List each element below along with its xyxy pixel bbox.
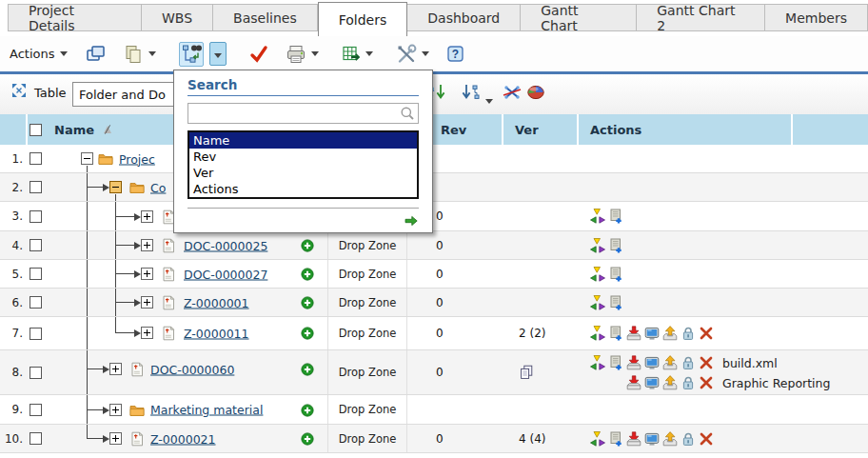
- drop-zone[interactable]: Drop Zone: [327, 395, 407, 424]
- drop-zone[interactable]: Drop Zone: [327, 231, 407, 259]
- row-checkbox[interactable]: [30, 260, 45, 288]
- drop-zone[interactable]: Drop Zone: [327, 350, 407, 394]
- apply-filter-arrow-icon[interactable]: [404, 213, 419, 229]
- open-window-button[interactable]: [85, 44, 106, 65]
- delete-icon[interactable]: [699, 326, 714, 341]
- document-link[interactable]: DOC-0000027: [184, 267, 267, 281]
- listbox-option-actions[interactable]: Actions: [189, 181, 417, 197]
- drop-zone[interactable]: Drop Zone: [327, 260, 407, 288]
- row-checkbox[interactable]: [30, 395, 45, 424]
- expand-toggle[interactable]: [141, 327, 153, 339]
- row-checkbox[interactable]: [30, 173, 45, 201]
- row-checkbox[interactable]: [30, 231, 45, 259]
- tab-wbs[interactable]: WBS: [142, 4, 213, 31]
- add-file-icon[interactable]: [608, 295, 623, 310]
- tab-project-details[interactable]: Project Details: [8, 4, 142, 31]
- sort-structure-icon[interactable]: [462, 83, 481, 102]
- row-checkbox[interactable]: [30, 289, 45, 316]
- tab-folders[interactable]: Folders: [318, 2, 408, 36]
- structure-search-button[interactable]: [179, 42, 227, 67]
- row-checkbox[interactable]: [30, 350, 45, 394]
- lock-icon[interactable]: [681, 355, 696, 370]
- expand-toggle[interactable]: [141, 210, 153, 223]
- add-content-icon[interactable]: [301, 327, 314, 340]
- document-link[interactable]: Z-0000011: [184, 327, 249, 341]
- actions-menu-button[interactable]: Actions: [10, 47, 68, 61]
- upload-icon[interactable]: [662, 375, 678, 390]
- route-icon[interactable]: [590, 295, 605, 310]
- add-file-icon[interactable]: [608, 431, 623, 447]
- delete-icon[interactable]: [699, 355, 714, 370]
- column-header-ver[interactable]: Ver: [515, 114, 539, 145]
- print-button[interactable]: [286, 44, 319, 65]
- route-icon[interactable]: [590, 267, 605, 282]
- lock-icon[interactable]: [681, 431, 696, 447]
- view-icon[interactable]: [644, 375, 660, 390]
- folder-link[interactable]: Marketing material: [150, 403, 263, 417]
- add-file-icon[interactable]: [608, 326, 623, 341]
- download-icon[interactable]: [626, 375, 641, 390]
- view-icon[interactable]: [644, 431, 660, 447]
- route-icon[interactable]: [590, 431, 605, 447]
- structure-search-dropdown[interactable]: [209, 42, 227, 66]
- column-header-rev[interactable]: Rev: [441, 114, 466, 145]
- column-header-actions[interactable]: Actions: [590, 114, 641, 145]
- expand-toggle[interactable]: [109, 363, 122, 375]
- expand-all-icon[interactable]: [11, 83, 27, 98]
- tools-button[interactable]: [396, 44, 429, 65]
- row-checkbox[interactable]: [30, 425, 45, 452]
- view-icon[interactable]: [644, 355, 660, 370]
- copy-button[interactable]: [123, 44, 156, 65]
- folder-link[interactable]: Projec: [119, 151, 155, 166]
- tab-baselines[interactable]: Baselines: [213, 4, 318, 31]
- collapse-toggle[interactable]: [81, 152, 93, 165]
- document-link[interactable]: Z-0000021: [150, 431, 216, 446]
- download-icon[interactable]: [626, 431, 641, 447]
- clear-filter-icon[interactable]: [503, 83, 522, 102]
- route-icon[interactable]: [590, 326, 605, 341]
- document-link[interactable]: DOC-0000025: [184, 238, 267, 252]
- listbox-option-ver[interactable]: Ver: [189, 165, 417, 181]
- add-content-icon[interactable]: [301, 296, 314, 309]
- document-link[interactable]: DOC-0000060: [150, 363, 234, 377]
- tab-gantt-chart-2[interactable]: Gantt Chart 2: [637, 4, 765, 31]
- drop-zone[interactable]: Drop Zone: [327, 425, 407, 452]
- route-icon[interactable]: [590, 355, 605, 370]
- collapse-toggle[interactable]: [109, 181, 122, 193]
- listbox-option-name[interactable]: Name: [189, 132, 417, 149]
- drop-zone[interactable]: Drop Zone: [327, 317, 407, 349]
- row-checkbox[interactable]: [30, 317, 45, 349]
- add-file-icon[interactable]: [608, 355, 623, 370]
- validate-button[interactable]: [249, 45, 268, 64]
- add-content-icon[interactable]: [301, 404, 314, 417]
- route-icon[interactable]: [590, 238, 605, 253]
- upload-icon[interactable]: [662, 431, 678, 447]
- search-input[interactable]: [187, 103, 419, 124]
- lock-icon[interactable]: [681, 375, 696, 390]
- lock-icon[interactable]: [681, 326, 696, 341]
- document-link[interactable]: Z-0000001: [184, 295, 249, 309]
- help-button[interactable]: [446, 45, 465, 64]
- upload-icon[interactable]: [662, 326, 678, 341]
- add-file-icon[interactable]: [608, 267, 623, 282]
- tab-dashboard[interactable]: Dashboard: [407, 4, 521, 31]
- add-content-icon[interactable]: [301, 268, 314, 281]
- tab-members[interactable]: Members: [765, 4, 868, 31]
- tab-gantt-chart[interactable]: Gantt Chart: [521, 4, 637, 31]
- drop-zone[interactable]: Drop Zone: [327, 289, 407, 316]
- expand-toggle[interactable]: [141, 268, 153, 280]
- add-file-icon[interactable]: [608, 209, 623, 224]
- download-icon[interactable]: [626, 326, 641, 341]
- row-checkbox[interactable]: [30, 145, 45, 172]
- expand-toggle[interactable]: [141, 296, 153, 309]
- add-content-icon[interactable]: [301, 432, 314, 446]
- folder-link[interactable]: Co: [150, 180, 166, 194]
- listbox-option-rev[interactable]: Rev: [189, 149, 417, 165]
- row-checkbox[interactable]: [30, 202, 45, 230]
- expand-toggle[interactable]: [109, 404, 122, 416]
- expand-toggle[interactable]: [141, 239, 153, 251]
- view-icon[interactable]: [644, 326, 660, 341]
- delete-icon[interactable]: [699, 375, 714, 390]
- delete-icon[interactable]: [699, 431, 714, 447]
- add-content-icon[interactable]: [301, 363, 314, 376]
